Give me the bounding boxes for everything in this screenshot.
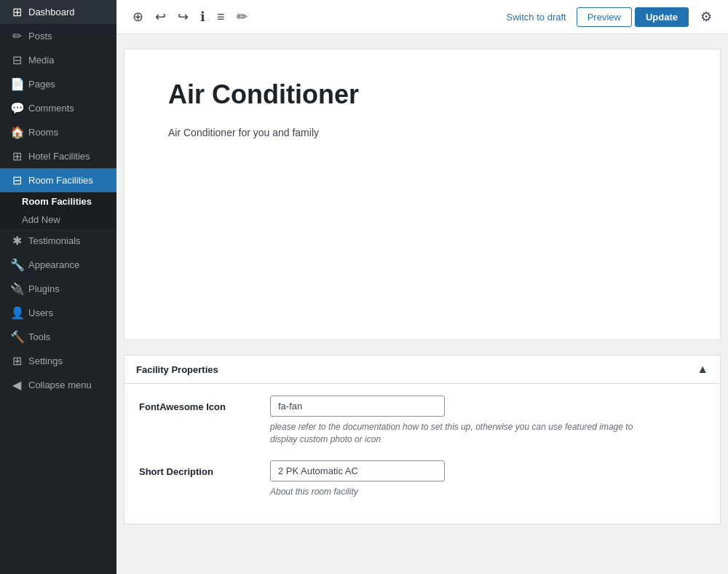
facility-properties-panel: Facility Properties ▲ FontAwesome Icon p…: [124, 355, 721, 524]
fontawesome-row: FontAwesome Icon please refer to the doc…: [139, 396, 705, 446]
editor-area: Air Conditioner Air Conditioner for you …: [116, 34, 728, 574]
sidebar-item-collapse[interactable]: ◀ Collapse menu: [0, 373, 116, 397]
editor-content: Air Conditioner Air Conditioner for you …: [124, 49, 721, 340]
comments-icon: 💬: [10, 101, 23, 115]
undo-button[interactable]: ↩: [151, 6, 170, 28]
redo-icon: ↪: [178, 9, 189, 25]
short-description-row: Short Decription About this room facilit…: [139, 460, 705, 498]
testimonials-icon: ✱: [10, 234, 23, 248]
sidebar-item-label: Collapse menu: [28, 380, 92, 390]
pages-icon: 📄: [10, 77, 23, 91]
sidebar-submenu-add-new[interactable]: Add New: [0, 211, 116, 229]
sidebar-item-label: Comments: [28, 103, 74, 114]
pencil-icon: ✏: [237, 9, 248, 25]
media-icon: ⊟: [10, 53, 23, 67]
short-description-input[interactable]: [270, 460, 445, 481]
post-title[interactable]: Air Conditioner: [168, 79, 676, 110]
fontawesome-field: please refer to the documentation how to…: [270, 396, 705, 446]
main-content: ⊕ ↩ ↪ ℹ ≡ ✏ Switch to draft Preview Upda…: [116, 0, 728, 574]
sidebar-item-label: Rooms: [28, 127, 58, 138]
sidebar-item-label: Plugins: [28, 283, 60, 294]
appearance-icon: 🔧: [10, 258, 23, 272]
sidebar-item-dashboard[interactable]: ⊞ Dashboard: [0, 0, 116, 24]
gear-icon: ⚙: [700, 9, 712, 24]
sidebar-item-label: Settings: [28, 355, 63, 366]
sidebar-submenu-room-facilities: Room Facilities Add New: [0, 192, 116, 229]
facility-panel-header: Facility Properties ▲: [124, 355, 720, 384]
sidebar-item-label: Tools: [28, 331, 50, 342]
facility-panel-body: FontAwesome Icon please refer to the doc…: [124, 384, 720, 524]
sidebar-item-posts[interactable]: ✏ Posts: [0, 24, 116, 48]
sidebar-item-label: Hotel Facilities: [28, 151, 90, 162]
chevron-up-icon: ▲: [697, 363, 708, 375]
edit-button[interactable]: ✏: [232, 6, 252, 28]
sidebar-submenu-room-facilities-main[interactable]: Room Facilities: [0, 192, 116, 211]
sidebar-item-appearance[interactable]: 🔧 Appearance: [0, 253, 116, 277]
sidebar-item-plugins[interactable]: 🔌 Plugins: [0, 277, 116, 301]
short-description-field: About this room facility: [270, 460, 705, 498]
settings-icon: ⊞: [10, 354, 23, 368]
room-facilities-icon: ⊟: [10, 173, 23, 187]
switch-to-draft-button[interactable]: Switch to draft: [499, 9, 573, 25]
sidebar-item-settings[interactable]: ⊞ Settings: [0, 349, 116, 373]
sidebar-item-label: Users: [28, 307, 53, 318]
sidebar: ⊞ Dashboard ✏ Posts ⊟ Media 📄 Pages 💬 Co…: [0, 0, 116, 574]
facility-panel-collapse-button[interactable]: ▲: [697, 363, 708, 376]
collapse-icon: ◀: [10, 378, 23, 392]
fontawesome-label: FontAwesome Icon: [139, 396, 270, 412]
fontawesome-input[interactable]: [270, 396, 445, 417]
rooms-icon: 🏠: [10, 125, 23, 139]
sidebar-item-label: Posts: [28, 31, 52, 42]
sidebar-item-tools[interactable]: 🔨 Tools: [0, 325, 116, 349]
hotel-facilities-icon: ⊞: [10, 149, 23, 163]
plugins-icon: 🔌: [10, 282, 23, 296]
sidebar-item-pages[interactable]: 📄 Pages: [0, 72, 116, 96]
sidebar-item-room-facilities[interactable]: ⊟ Room Facilities: [0, 168, 116, 192]
sidebar-item-comments[interactable]: 💬 Comments: [0, 96, 116, 120]
sidebar-item-media[interactable]: ⊟ Media: [0, 48, 116, 72]
sidebar-item-label: Testimonials: [28, 235, 81, 246]
toolbar: ⊕ ↩ ↪ ℹ ≡ ✏ Switch to draft Preview Upda…: [116, 0, 728, 34]
sidebar-item-label: Media: [28, 55, 54, 66]
info-button[interactable]: ℹ: [196, 6, 210, 28]
undo-icon: ↩: [155, 9, 166, 25]
plus-circle-icon: ⊕: [132, 9, 143, 25]
facility-panel-title: Facility Properties: [136, 364, 218, 375]
tools-icon: 🔨: [10, 330, 23, 344]
sidebar-item-users[interactable]: 👤 Users: [0, 301, 116, 325]
list-icon: ≡: [217, 9, 225, 25]
redo-button[interactable]: ↪: [173, 6, 193, 28]
sidebar-item-label: Appearance: [28, 259, 79, 270]
users-icon: 👤: [10, 306, 23, 320]
update-button[interactable]: Update: [635, 7, 689, 27]
add-block-button[interactable]: ⊕: [128, 6, 148, 28]
sidebar-item-testimonials[interactable]: ✱ Testimonials: [0, 229, 116, 253]
short-description-hint: About this room facility: [270, 486, 634, 498]
page-settings-button[interactable]: ⚙: [696, 6, 716, 28]
posts-icon: ✏: [10, 29, 23, 43]
dashboard-icon: ⊞: [10, 5, 23, 19]
sidebar-item-hotel-facilities[interactable]: ⊞ Hotel Facilities: [0, 144, 116, 168]
info-icon: ℹ: [200, 9, 205, 25]
post-body: Air Conditioner for you and family: [168, 125, 676, 141]
sidebar-item-label: Room Facilities: [28, 175, 93, 186]
sidebar-item-rooms[interactable]: 🏠 Rooms: [0, 120, 116, 144]
list-view-button[interactable]: ≡: [213, 7, 229, 28]
short-description-label: Short Decription: [139, 460, 270, 477]
sidebar-item-label: Pages: [28, 79, 55, 90]
fontawesome-hint: please refer to the documentation how to…: [270, 421, 634, 446]
sidebar-item-label: Dashboard: [28, 7, 75, 17]
preview-button[interactable]: Preview: [577, 7, 632, 27]
